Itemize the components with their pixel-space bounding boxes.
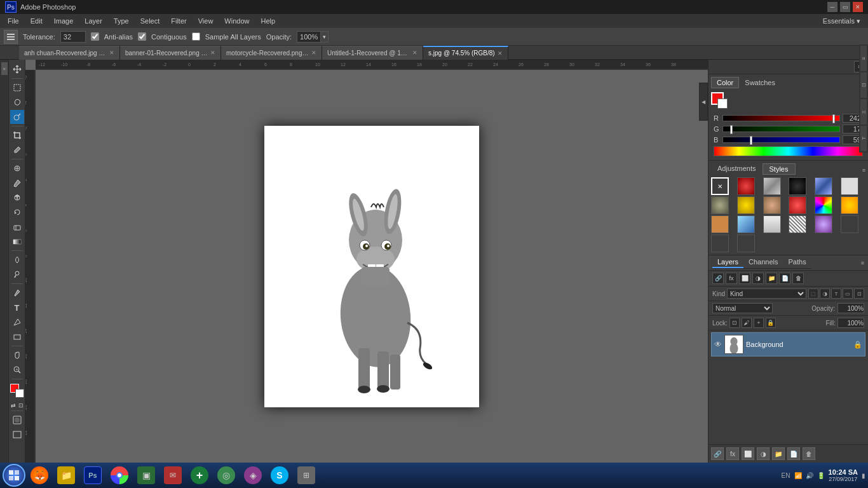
channels-tab[interactable]: Channels [743,257,783,268]
menu-help[interactable]: Help [255,16,280,26]
side-icon-1[interactable]: ≡ [860,60,867,71]
style-swatch-rainbow[interactable] [815,196,832,214]
style-swatch-gold[interactable] [737,196,755,214]
delete-layer-btn[interactable]: 🗑 [803,447,815,460]
foreground-background-colors[interactable] [10,384,24,400]
style-swatch-red2[interactable] [789,196,806,214]
window-controls[interactable]: ─ ▭ ✕ [827,2,863,12]
eyedropper-tool[interactable] [10,143,24,157]
background-swatch[interactable] [717,98,728,109]
b-slider[interactable] [722,137,840,143]
lock-position-btn[interactable]: + [754,318,764,328]
side-icon-3[interactable]: Ξ [860,99,867,125]
filter-smart-btn[interactable]: ⊡ [854,288,864,299]
opacity-input[interactable] [837,303,864,313]
tab-anh-chuan[interactable]: anh chuan-Recovered.jpg @ 100% (... ✕ [19,46,120,60]
style-swatch-copper[interactable] [763,196,781,214]
taskbar-explorer[interactable]: 📁 [53,464,79,487]
style-swatch-black[interactable] [789,177,806,195]
lock-all-btn[interactable]: 🔒 [766,318,776,328]
panel-collapse-btn[interactable]: ◀ [699,83,708,121]
layers-fx-btn[interactable]: fx [726,273,737,284]
menu-edit[interactable]: Edit [25,16,48,26]
clone-tool[interactable] [10,191,24,205]
g-thumb[interactable] [730,125,733,134]
filter-type-btn[interactable]: T [831,288,841,299]
b-thumb[interactable] [750,136,752,145]
menu-type[interactable]: Type [109,16,134,26]
adjustments-tab[interactable]: Adjustments [711,163,763,175]
style-swatch-sky[interactable] [737,215,755,233]
sample-all-checkbox[interactable] [192,32,200,41]
switch-colors-btn[interactable]: ⇄ [10,402,17,409]
layers-new-btn[interactable]: 📄 [779,273,790,284]
crop-tool[interactable] [10,128,24,142]
style-swatch-empty[interactable] [841,215,858,233]
blur-tool[interactable] [10,253,24,267]
menu-select[interactable]: Select [135,16,165,26]
close-button[interactable]: ✕ [853,2,863,12]
styles-tab[interactable]: Styles [763,163,796,175]
minimize-button[interactable]: ─ [827,2,837,12]
tab-close-btn[interactable]: ✕ [210,50,215,56]
layers-delete-btn[interactable]: 🗑 [792,273,804,284]
tab-s-jpg[interactable]: s.jpg @ 74.5% (RGB/8) ✕ [423,46,508,60]
show-desktop-btn[interactable]: ▮ [862,472,865,479]
filter-shape-btn[interactable]: ▭ [843,288,853,299]
style-swatch-empty3[interactable] [737,234,755,252]
filter-pixel-btn[interactable]: ⬚ [808,288,818,299]
taskbar-app9[interactable]: ◈ [240,464,266,487]
menu-window[interactable]: Window [219,16,254,26]
dodge-tool[interactable] [10,268,24,281]
taskbar-chrome[interactable] [107,464,132,487]
r-slider[interactable] [722,115,840,121]
menu-image[interactable]: Image [49,16,79,26]
path-select-tool[interactable] [10,315,24,329]
style-swatch-purple[interactable] [815,215,832,233]
pen-tool[interactable] [10,286,24,300]
tolerance-input[interactable] [60,31,86,43]
swatches-tab[interactable]: Swatches [739,77,781,88]
tab-close-btn[interactable]: ✕ [412,50,417,56]
layers-menu-btn[interactable]: ≡ [861,260,864,266]
tab-motorcycle[interactable]: motorcycle-Recovered.png @ 100% ... ✕ [221,46,322,60]
shape-tool[interactable] [10,330,24,344]
style-swatch-gold-dark[interactable] [711,196,729,214]
taskbar-app8[interactable]: ◎ [214,464,239,487]
style-swatch-brown[interactable] [711,215,729,233]
tab-close-btn[interactable]: ✕ [498,50,503,57]
quick-select-tool[interactable] [10,110,24,124]
contiguous-checkbox[interactable] [138,32,146,41]
taskbar-mail[interactable]: ✉ [160,464,186,487]
tab-close-btn[interactable]: ✕ [109,50,114,56]
r-thumb[interactable] [832,114,835,123]
layers-adjust-btn[interactable]: ◑ [752,273,764,284]
lock-transparent-btn[interactable]: ⊡ [729,318,740,328]
kind-select[interactable]: Kind [727,288,806,299]
zoom-tool[interactable]: + [10,363,24,377]
fg-bg-color-boxes[interactable] [711,92,729,110]
color-tab[interactable]: Color [711,77,739,88]
anti-alias-checkbox[interactable] [91,32,99,41]
style-swatch-light[interactable] [841,177,858,195]
color-spectrum[interactable] [714,146,863,156]
brush-tool[interactable] [10,176,24,190]
taskbar-skype[interactable]: S [267,464,292,487]
side-icon-4[interactable]: T [860,126,867,151]
styles-panel-menu[interactable]: ≡ [862,167,865,173]
left-panel-btn[interactable]: ≡ [1,62,8,75]
menu-layer[interactable]: Layer [79,16,107,26]
add-style-btn[interactable]: fx [726,447,739,460]
text-tool[interactable]: T [10,301,24,315]
quick-mask-btn[interactable] [10,413,24,427]
taskbar-app5[interactable]: ▣ [133,464,159,487]
workspace-selector[interactable]: Essentials ▾ [823,17,865,25]
style-swatch-orange[interactable] [841,196,858,214]
tool-preset-picker[interactable] [4,30,18,44]
menu-view[interactable]: View [193,16,219,26]
paths-tab[interactable]: Paths [783,257,811,268]
style-swatch-pattern[interactable] [789,215,806,233]
create-group-btn[interactable]: 📁 [772,447,785,460]
tab-close-btn[interactable]: ✕ [311,50,316,56]
fill-input[interactable] [837,318,864,328]
